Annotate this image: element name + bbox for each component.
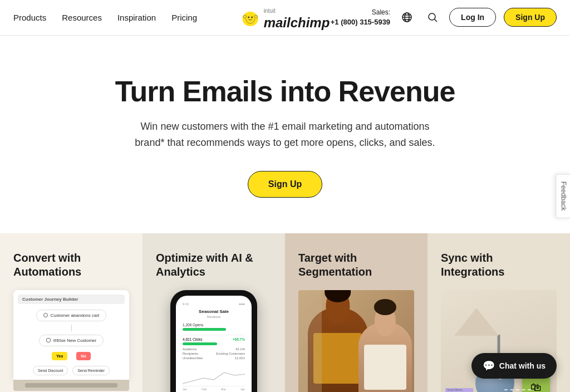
yes-badge: Yes <box>52 352 67 360</box>
hero-title: Turn Emails into Revenue <box>13 76 557 107</box>
mailchimp-logo-icon <box>240 8 261 28</box>
card-analytics: Optimize with AI & Analytics 9:41●●● Sea… <box>142 233 285 392</box>
nav-pricing[interactable]: Pricing <box>171 13 197 22</box>
svg-point-11 <box>429 13 435 20</box>
stat-clicks-val: +66.7% <box>233 337 245 341</box>
svg-point-3 <box>251 16 253 18</box>
svg-line-12 <box>435 19 438 22</box>
globe-icon[interactable] <box>398 8 416 26</box>
logo-mailchimp: mailchimp <box>264 15 330 30</box>
hero-signup-button[interactable]: Sign Up <box>248 171 322 198</box>
sales-info: Sales: +1 (800) 315-5939 <box>331 8 390 27</box>
svg-point-4 <box>243 15 247 18</box>
chat-widget[interactable]: 💬 Chat with us <box>471 353 557 379</box>
stat-recipients-val: Existing Customers <box>216 352 245 355</box>
stat-opens-label: 1,206 Opens <box>183 323 203 327</box>
sales-label: Sales: <box>372 8 390 16</box>
card-automations: Convert with Automations Customer Journe… <box>0 233 142 392</box>
navbar: Products Resources Inspiration Pricing i… <box>0 0 570 36</box>
logo-intuit: intuit <box>264 8 276 14</box>
nav-resources[interactable]: Resources <box>62 13 102 22</box>
shopify-icon: 🛍 <box>530 381 542 392</box>
login-button[interactable]: Log In <box>449 8 496 27</box>
stat-unsub-label: Unsubscribes <box>183 356 203 360</box>
card-analytics-title: Optimize with AI & Analytics <box>156 251 272 279</box>
stat-audience-val: 42.1% <box>235 347 245 351</box>
hero-section: Turn Emails into Revenue Win new custome… <box>0 36 570 233</box>
card-automations-title: Convert with Automations <box>13 251 129 279</box>
chat-bubble-icon: 💬 <box>483 360 495 372</box>
card-segmentation-title: Target with Segmentation <box>298 251 414 279</box>
card-automations-image: Customer Journey Builder Customer abando… <box>13 290 129 391</box>
step-4: Send Reminder <box>72 366 110 375</box>
card-integrations-title: Sync with Integrations <box>441 251 557 279</box>
nav-inspiration[interactable]: Inspiration <box>117 13 156 22</box>
no-badge: No <box>76 352 90 360</box>
step-2: If/Else New Customer <box>39 335 104 346</box>
search-icon[interactable] <box>424 8 441 26</box>
feedback-tab[interactable]: Feedback <box>556 174 570 218</box>
card-segmentation: Target with Segmentation <box>285 233 428 392</box>
nav-products[interactable]: Products <box>13 13 46 22</box>
stat-audience-label: Audience <box>183 347 196 351</box>
hero-subtitle: Win new customers with the #1 email mark… <box>129 119 441 151</box>
step-3: Send Discount <box>33 366 68 375</box>
nav-actions: Sales: +1 (800) 315-5939 Log In Sign Up <box>331 8 557 27</box>
chat-label: Chat with us <box>499 361 546 370</box>
stat-unsub-val: 11,021 <box>235 356 245 360</box>
nav-links: Products Resources Inspiration Pricing <box>13 13 197 22</box>
step-1: Customer abandons cart <box>36 310 107 321</box>
stat-clicks-label: 4,621 Clicks <box>183 337 202 341</box>
logo[interactable]: intuit mailchimp <box>240 5 330 31</box>
stat-recipients-label: Recipients <box>183 352 198 355</box>
sales-phone: +1 (800) 315-5939 <box>331 17 390 27</box>
svg-point-5 <box>254 15 258 18</box>
svg-point-2 <box>248 16 249 18</box>
signup-nav-button[interactable]: Sign Up <box>504 8 557 27</box>
card-analytics-image: 9:41●●● Seasonal Sale Revenue 1,206 Open… <box>156 290 272 392</box>
analytics-campaign-name: Seasonal Sale <box>183 309 245 314</box>
screen-header-label: Customer Journey Builder <box>18 295 125 304</box>
